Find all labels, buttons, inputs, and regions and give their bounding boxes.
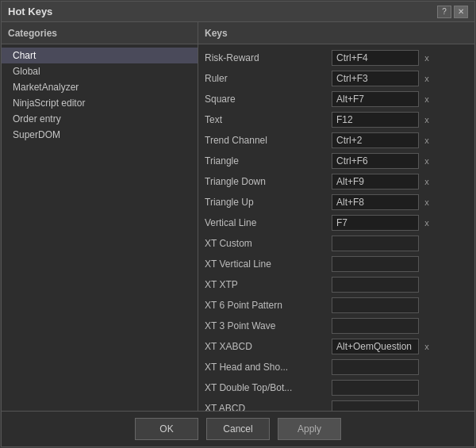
key-row: RulerCtrl+F3x [198,68,474,89]
key-value-container [332,318,468,334]
key-value-box[interactable] [332,400,419,411]
key-value-container [332,277,468,293]
key-name: XT ABCD [205,403,332,411]
key-row: Vertical LineF7x [198,213,474,233]
key-value-box[interactable]: F7 [332,215,419,231]
key-row: XT XTP [198,274,474,295]
key-value-box[interactable]: Alt+F8 [332,194,419,210]
key-clear-button[interactable]: x [422,342,432,351]
key-value-box[interactable]: Ctrl+F3 [332,71,419,86]
dialog-title: Hot Keys [8,6,52,17]
key-value-box[interactable] [332,318,419,334]
key-value-container: Alt+F9x [332,174,468,190]
key-value-box[interactable]: Alt+F7 [332,91,419,107]
hot-keys-dialog: Hot Keys ? ✕ Categories ChartGlobalMarke… [1,1,475,447]
key-value-container: Alt+F7x [332,91,468,107]
key-row: TextF12x [198,109,474,130]
cancel-button[interactable]: Cancel [206,418,270,440]
key-name: XT XTP [205,279,332,290]
key-value-container [332,359,468,375]
keys-scroll-area[interactable]: Risk-RewardCtrl+F4xRulerCtrl+F3xSquareAl… [198,44,474,411]
category-item-chart[interactable]: Chart [2,48,198,63]
key-row: XT Vertical Line [198,254,474,274]
title-bar-buttons: ? ✕ [437,6,468,18]
key-value-container: F12x [332,112,468,128]
key-name: Ruler [205,73,332,84]
categories-list: ChartGlobalMarketAnalyzerNinjaScript edi… [2,44,198,411]
key-value-box[interactable] [332,277,419,293]
right-panel: Keys Risk-RewardCtrl+F4xRulerCtrl+F3xSqu… [198,22,474,411]
key-name: Trend Channel [205,135,332,146]
key-name: XT Double Top/Bot... [205,382,332,393]
bottom-bar: OK Cancel Apply [2,411,474,446]
key-name: XT Vertical Line [205,258,332,270]
key-value-box[interactable]: Ctrl+F6 [332,153,419,169]
key-name: Text [205,114,332,125]
key-clear-button[interactable]: x [422,218,432,228]
key-row: XT 3 Point Wave [198,316,474,336]
key-row: XT Double Top/Bot... [198,377,474,398]
key-value-box[interactable] [332,235,419,251]
key-clear-button[interactable]: x [422,94,432,104]
key-value-container [332,256,468,272]
key-clear-button[interactable]: x [422,53,432,63]
category-item-superdom[interactable]: SuperDOM [2,127,198,143]
key-value-box[interactable]: Ctrl+2 [332,132,419,148]
key-name: Square [205,94,332,105]
key-value-box[interactable]: Alt+F9 [332,174,419,190]
key-row: XT 6 Point Pattern [198,295,474,316]
key-clear-button[interactable]: x [422,156,432,166]
key-value-container: Ctrl+2x [332,132,468,148]
title-bar: Hot Keys ? ✕ [2,2,474,22]
help-button[interactable]: ? [437,6,451,18]
key-row: Triangle DownAlt+F9x [198,171,474,192]
key-value-box[interactable] [332,256,419,272]
key-value-box[interactable]: Ctrl+F4 [332,50,419,66]
key-clear-button[interactable]: x [422,115,432,124]
key-row: XT Custom [198,233,474,254]
content-area: Categories ChartGlobalMarketAnalyzerNinj… [2,22,474,411]
key-value-box[interactable] [332,359,419,375]
ok-button[interactable]: OK [135,418,198,440]
key-name: XT 6 Point Pattern [205,300,332,311]
key-value-container: Alt+OemQuestionx [332,339,468,354]
key-value-box[interactable]: Alt+OemQuestion [332,339,419,354]
key-value-container [332,380,468,396]
key-value-container: F7x [332,215,468,231]
key-row: Trend ChannelCtrl+2x [198,130,474,151]
key-value-container: Alt+F8x [332,194,468,210]
categories-header: Categories [2,22,198,44]
category-item-ninjascript-editor[interactable]: NinjaScript editor [2,95,198,111]
key-row: Risk-RewardCtrl+F4x [198,48,474,68]
left-panel: Categories ChartGlobalMarketAnalyzerNinj… [2,22,198,411]
key-clear-button[interactable]: x [422,74,432,83]
category-item-marketanalyzer[interactable]: MarketAnalyzer [2,79,198,95]
key-value-container [332,400,468,411]
key-row: Triangle UpAlt+F8x [198,192,474,213]
key-name: XT XABCD [205,341,332,352]
key-name: Vertical Line [205,217,332,228]
key-value-box[interactable]: F12 [332,112,419,128]
close-button[interactable]: ✕ [454,6,468,18]
key-name: Risk-Reward [205,52,332,63]
key-value-container [332,297,468,313]
key-clear-button[interactable]: x [422,136,432,145]
key-name: Triangle [205,155,332,167]
category-item-order-entry[interactable]: Order entry [2,111,198,127]
key-name: Triangle Up [205,197,332,208]
key-value-container: Ctrl+F4x [332,50,468,66]
key-value-box[interactable] [332,380,419,396]
category-item-global[interactable]: Global [2,63,198,79]
key-name: Triangle Down [205,176,332,187]
key-value-container: Ctrl+F6x [332,153,468,169]
key-clear-button[interactable]: x [422,177,432,186]
key-row: XT XABCDAlt+OemQuestionx [198,336,474,357]
key-clear-button[interactable]: x [422,197,432,207]
key-row: TriangleCtrl+F6x [198,151,474,171]
key-row: XT Head and Sho... [198,357,474,377]
key-name: XT Custom [205,238,332,249]
key-value-box[interactable] [332,297,419,313]
key-name: XT Head and Sho... [205,362,332,373]
key-name: XT 3 Point Wave [205,320,332,331]
apply-button[interactable]: Apply [278,418,341,440]
